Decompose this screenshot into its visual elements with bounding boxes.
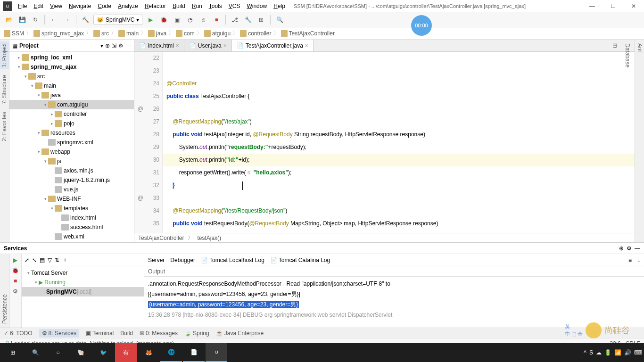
tree-node[interactable]: web.xml xyxy=(9,232,134,241)
gear-icon[interactable]: ⚙ xyxy=(627,245,632,252)
soft-wrap-icon[interactable]: ≡ xyxy=(628,257,632,263)
build-icon[interactable]: 🔨 xyxy=(80,15,91,25)
menu-window[interactable]: Window xyxy=(244,2,270,10)
tree-node[interactable]: ▾src xyxy=(9,72,134,81)
chevron-down-icon[interactable]: ▾ xyxy=(100,42,103,49)
breadcrumb-item[interactable]: java xyxy=(148,30,166,37)
editor-tab[interactable]: 📄TestAjaxController.java× xyxy=(232,40,314,51)
menu-build[interactable]: Build xyxy=(170,2,188,10)
services-tree[interactable]: ⤢ ⤡ ▤ ▽ ⇅ ＋ ▾Tomcat Server▾▶ RunningSpri… xyxy=(22,254,144,328)
menu-code[interactable]: Code xyxy=(95,2,114,10)
menu-vcs[interactable]: VCS xyxy=(226,2,243,10)
tab-services[interactable]: ⚙ 8: Services xyxy=(39,329,79,337)
locate-icon[interactable]: ⊕ xyxy=(619,245,624,252)
tab-favorites[interactable]: 2: Favorites xyxy=(0,110,9,143)
task-chrome[interactable]: 🌐 xyxy=(160,343,182,362)
menu-file[interactable]: File xyxy=(15,2,30,10)
run-icon[interactable]: ▶ xyxy=(11,256,20,264)
maximize-button[interactable]: ☐ xyxy=(603,0,623,12)
tab-ant[interactable]: Ant xyxy=(636,41,644,240)
tab-persistence[interactable]: Persistence xyxy=(0,256,9,326)
tree-node[interactable]: ▸spring_ioc_xml xyxy=(9,53,134,62)
tree-node[interactable]: ▾templates xyxy=(9,204,134,213)
forward-icon[interactable]: → xyxy=(62,15,72,25)
group-icon[interactable]: ▤ xyxy=(40,257,45,263)
svc-node[interactable]: SpringMVC [local] xyxy=(22,287,144,296)
collapse-icon[interactable]: ⇲ xyxy=(112,42,116,49)
tab-todo[interactable]: ✓ 6: TODO xyxy=(4,330,33,337)
system-tray[interactable]: ^S☁🔋📶🔊⌨ xyxy=(584,349,642,356)
tree-node[interactable]: ▾WEB-INF xyxy=(9,194,134,204)
tree-node[interactable]: jquery-1.8.2.min.js xyxy=(9,175,134,185)
filter-icon[interactable]: ⚙ xyxy=(11,287,20,296)
open-icon[interactable]: 📂 xyxy=(4,15,14,25)
crumb-method[interactable]: testAjax() xyxy=(197,235,221,241)
tree-node[interactable]: springmvc.xml xyxy=(9,138,134,147)
vcs-icon[interactable]: ⎇ xyxy=(230,15,240,25)
breadcrumb-item[interactable]: SSM xyxy=(4,30,24,37)
tab-build[interactable]: Build xyxy=(120,330,133,337)
tab-spring[interactable]: 🍃 Spring xyxy=(184,330,209,337)
hide-icon[interactable]: — xyxy=(635,245,640,252)
tree-node[interactable]: ▾java xyxy=(9,90,134,100)
filter-icon[interactable]: ▽ xyxy=(48,257,52,263)
scroll-icon[interactable]: ↓ xyxy=(637,257,640,263)
tree-node[interactable]: ▾com.atguigu xyxy=(9,100,134,109)
tab-server[interactable]: Server xyxy=(148,257,165,263)
tree-node[interactable]: ▾resources xyxy=(9,128,134,138)
cortana-button[interactable]: ○ xyxy=(47,343,69,362)
tree-node[interactable]: ▸controller xyxy=(9,109,134,119)
attach-icon[interactable]: ⎋ xyxy=(198,15,208,25)
stop-icon[interactable]: ■ xyxy=(11,277,20,285)
tree-node[interactable]: vue.js xyxy=(9,185,134,194)
sort-icon[interactable]: ⇅ xyxy=(55,257,59,263)
profile-icon[interactable]: ◔ xyxy=(185,15,195,25)
debug-icon[interactable]: 🐞 xyxy=(11,266,20,275)
run-icon[interactable]: ▶ xyxy=(145,15,156,25)
settings-icon[interactable]: 🔧 xyxy=(243,15,253,25)
hide-icon[interactable]: — xyxy=(125,42,131,49)
editor-tab[interactable]: 📄index.html× xyxy=(134,40,184,51)
structure-icon[interactable]: ⊞ xyxy=(256,15,266,25)
breadcrumb-item[interactable]: spring_mvc_ajax xyxy=(33,30,84,37)
search-button[interactable]: 🔍 xyxy=(25,343,46,362)
menu-view[interactable]: View xyxy=(47,2,65,10)
locate-icon[interactable]: ⊕ xyxy=(105,42,110,49)
menu-run[interactable]: Run xyxy=(189,2,205,10)
add-icon[interactable]: ＋ xyxy=(62,256,68,264)
tree-node[interactable]: axios.min.js xyxy=(9,166,134,175)
task-app[interactable]: 🐚 xyxy=(70,343,91,362)
gear-icon[interactable]: ⚙ xyxy=(118,42,124,49)
refresh-icon[interactable]: ↻ xyxy=(30,15,41,25)
stop-icon[interactable]: ■ xyxy=(211,15,222,25)
task-app[interactable]: 🐦 xyxy=(92,343,114,362)
breadcrumb-item[interactable]: controller xyxy=(240,30,271,37)
task-firefox[interactable]: 🦊 xyxy=(138,343,159,362)
breadcrumb-item[interactable]: atguigu xyxy=(204,30,231,37)
task-notepad[interactable]: 📄 xyxy=(183,343,205,362)
tab-messages[interactable]: ✉ 0: Messages xyxy=(140,330,178,337)
menu-tools[interactable]: Tools xyxy=(206,2,225,10)
tree-node[interactable]: ▾main xyxy=(9,81,134,90)
run-config-combo[interactable]: 🐱 SpringMVC ▾ xyxy=(93,15,142,25)
project-tree[interactable]: ▸spring_ioc_xml▾spring_mvc_ajax▾src▾main… xyxy=(9,52,134,242)
collapse-icon[interactable]: ⤡ xyxy=(32,257,37,263)
close-button[interactable]: ✕ xyxy=(623,0,644,12)
tab-localhost-log[interactable]: 📄 Tomcat Localhost Log xyxy=(201,257,264,263)
breadcrumb-item[interactable]: src xyxy=(93,30,109,37)
start-button[interactable]: ⊞ xyxy=(2,343,24,362)
coverage-icon[interactable]: ▣ xyxy=(172,15,182,25)
search-icon[interactable]: 🔍 xyxy=(274,15,285,25)
output-body[interactable]: .annotation.RequestResponseBodyMethodPro… xyxy=(144,277,644,328)
svc-node[interactable]: ▾Tomcat Server xyxy=(22,268,144,278)
svc-node[interactable]: ▾▶ Running xyxy=(22,278,144,287)
debug-icon[interactable]: 🐞 xyxy=(158,15,169,25)
tree-node[interactable]: ▸pojo xyxy=(9,119,134,128)
tree-node[interactable]: ▾webapp xyxy=(9,147,134,156)
task-intellij[interactable]: IJ xyxy=(206,343,227,362)
tab-catalina-log[interactable]: 📄 Tomcat Catalina Log xyxy=(270,257,330,263)
breadcrumb-item[interactable]: main xyxy=(118,30,139,37)
menu-help[interactable]: Help xyxy=(271,2,288,10)
tab-javaee[interactable]: ☕ Java Enterprise xyxy=(216,330,264,337)
back-icon[interactable]: ← xyxy=(49,15,59,25)
